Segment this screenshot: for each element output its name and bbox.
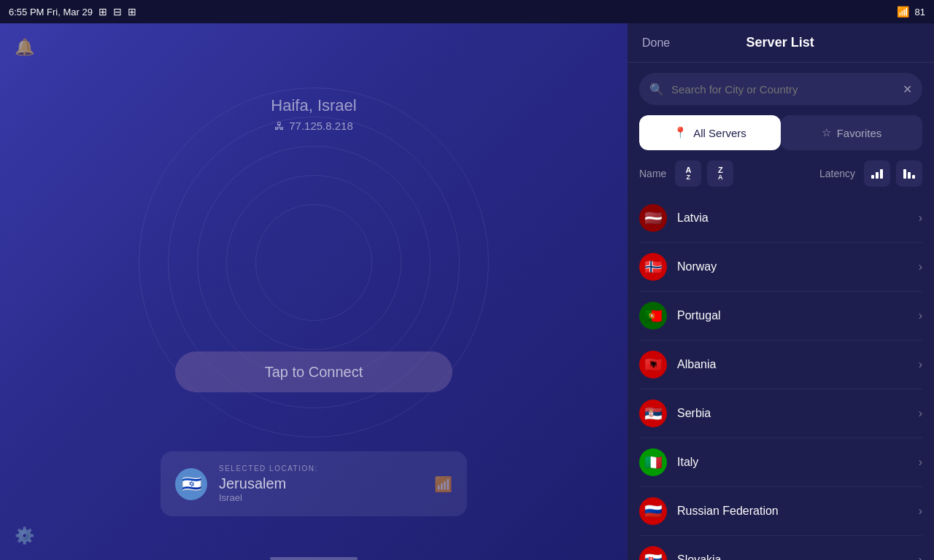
server-list-item[interactable]: 🇮🇹 Italy ›: [639, 438, 922, 487]
selected-flag: 🇮🇱: [175, 468, 207, 500]
current-location: Haifa, Israel: [271, 96, 356, 115]
main-layout: 🔔 ⚙️ Haifa, Israel 🖧 77.125.8.218 Tap to…: [0, 23, 934, 560]
status-bar: 6:55 PM Fri, Mar 29 ⊞ ⊟ ⊞ 📶 81: [0, 0, 934, 23]
server-list-item[interactable]: 🇦🇱 Albania ›: [639, 341, 922, 389]
chevron-down-icon: ›: [919, 309, 922, 322]
server-flag: 🇮🇹: [639, 448, 667, 476]
server-flag: 🇷🇸: [639, 400, 667, 427]
server-list-header: Done Server List: [628, 23, 934, 63]
chevron-down-icon: ›: [919, 456, 922, 469]
chevron-down-icon: ›: [919, 505, 922, 518]
chevron-down-icon: ›: [919, 553, 922, 560]
server-list-item[interactable]: 🇵🇹 Portugal ›: [639, 292, 922, 341]
location-pin-icon: 📍: [674, 126, 687, 139]
tab-container: 📍 All Servers ☆ Favorites: [639, 115, 922, 150]
battery-level: 81: [915, 7, 925, 18]
sort-az-button[interactable]: AZ: [675, 160, 701, 187]
grid-icon-3: ⊞: [128, 6, 136, 18]
chevron-down-icon: ›: [919, 211, 922, 225]
server-flag: 🇱🇻: [639, 204, 667, 232]
server-list-title: Server List: [746, 35, 814, 50]
sort-name-label: Name: [639, 168, 666, 179]
server-list-item[interactable]: 🇳🇴 Norway ›: [639, 243, 922, 292]
server-name: Italy: [677, 456, 908, 469]
done-button[interactable]: Done: [642, 36, 670, 50]
server-name: Russian Federation: [677, 505, 908, 518]
notification-bell-icon[interactable]: 🔔: [15, 38, 34, 57]
server-list-item[interactable]: 🇸🇰 Slovakia ›: [639, 536, 922, 560]
chevron-down-icon: ›: [919, 260, 922, 273]
server-list-item[interactable]: 🇷🇺 Russian Federation ›: [639, 487, 922, 536]
scroll-indicator: [270, 557, 358, 560]
connect-button[interactable]: Tap to Connect: [175, 351, 452, 392]
server-name: Serbia: [677, 407, 908, 420]
server-list-panel: Done Server List 🔍 ✕ 📍 All Servers ☆ Fav…: [628, 23, 934, 560]
server-list: 🇱🇻 Latvia › 🇳🇴 Norway › 🇵🇹 Portugal › 🇦🇱…: [628, 194, 934, 560]
grid-icon-2: ⊟: [113, 6, 122, 18]
chevron-down-icon: ›: [919, 358, 922, 371]
server-name: Norway: [677, 260, 908, 273]
chevron-down-icon: ›: [919, 407, 922, 420]
server-list-item[interactable]: 🇱🇻 Latvia ›: [639, 194, 922, 243]
sort-latency-asc-button[interactable]: [864, 160, 890, 187]
search-clear-button[interactable]: ✕: [903, 82, 912, 96]
star-icon: ☆: [822, 126, 831, 139]
sort-latency-desc-button[interactable]: [896, 160, 922, 187]
sort-latency-label: Latency: [819, 168, 855, 179]
svg-rect-3: [903, 169, 906, 179]
tab-all-servers[interactable]: 📍 All Servers: [639, 115, 781, 150]
vpn-main-panel: 🔔 ⚙️ Haifa, Israel 🖧 77.125.8.218 Tap to…: [0, 23, 628, 560]
status-time: 6:55 PM Fri, Mar 29: [9, 7, 93, 18]
svg-rect-2: [880, 169, 883, 179]
server-flag: 🇵🇹: [639, 302, 667, 330]
server-flag: 🇳🇴: [639, 253, 667, 281]
selected-location-info: SELECTED LOCATION: Jerusalem Israel: [219, 464, 318, 503]
svg-rect-0: [871, 175, 874, 179]
server-flag: 🇦🇱: [639, 351, 667, 378]
grid-icon-1: ⊞: [99, 6, 107, 18]
sort-za-button[interactable]: ZA: [707, 160, 733, 187]
settings-gear-icon[interactable]: ⚙️: [15, 526, 34, 545]
tab-favorites[interactable]: ☆ Favorites: [781, 115, 922, 150]
svg-rect-5: [912, 175, 915, 179]
network-icon: 🖧: [274, 120, 285, 132]
sort-bar: Name AZ ZA Latency: [628, 160, 934, 194]
location-info: Haifa, Israel 🖧 77.125.8.218: [271, 96, 356, 132]
svg-rect-1: [876, 172, 879, 179]
wifi-icon: 📶: [897, 6, 909, 18]
server-name: Portugal: [677, 309, 908, 322]
server-flag: 🇷🇺: [639, 497, 667, 525]
server-name: Slovakia: [677, 553, 908, 560]
current-ip: 🖧 77.125.8.218: [271, 120, 356, 132]
search-container: 🔍 ✕: [639, 73, 922, 105]
server-flag: 🇸🇰: [639, 546, 667, 560]
server-name: Latvia: [677, 211, 908, 225]
search-input[interactable]: [639, 73, 922, 105]
server-list-item[interactable]: 🇷🇸 Serbia ›: [639, 389, 922, 438]
server-name: Albania: [677, 358, 908, 371]
svg-rect-4: [908, 172, 911, 179]
selected-location-card: 🇮🇱 SELECTED LOCATION: Jerusalem Israel 📶: [161, 451, 467, 516]
search-icon: 🔍: [649, 82, 664, 96]
signal-icon: 📶: [434, 475, 452, 493]
